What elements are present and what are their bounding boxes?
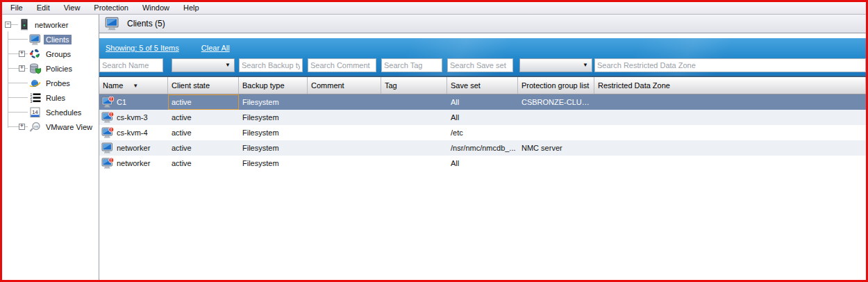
cell-comment[interactable]: [308, 94, 381, 110]
cell-name[interactable]: networker: [99, 140, 168, 156]
column-header-backup-type[interactable]: Backup type: [239, 77, 308, 94]
column-header-name[interactable]: Name▼: [99, 77, 168, 94]
cell-tag[interactable]: [381, 125, 447, 140]
table-row-cs-kvm-4-2[interactable]: ! cs-kvm-4activeFilesystem/etc: [99, 125, 866, 140]
search-save-set-input[interactable]: [447, 58, 513, 72]
cell-protection-group-list[interactable]: CSBRONZE-CLUST...: [518, 94, 594, 110]
sidebar-item-label[interactable]: Groups: [44, 49, 73, 59]
filter-cell: [594, 58, 866, 76]
sidebar-item-clients[interactable]: Clients: [2, 32, 99, 47]
column-header-protection-group-list[interactable]: Protection group list: [518, 77, 594, 94]
sidebar-item-groups[interactable]: + Groups: [2, 47, 99, 61]
menu-view[interactable]: View: [57, 3, 87, 13]
sidebar-item-policies[interactable]: + Policies: [2, 61, 99, 76]
cell-protection-group-list[interactable]: NMC server: [518, 140, 594, 156]
cell-client-state[interactable]: active: [168, 110, 239, 125]
sidebar-item-label[interactable]: Policies: [44, 64, 74, 74]
column-header-save-set[interactable]: Save set: [447, 77, 518, 94]
menu-edit[interactable]: Edit: [30, 3, 57, 13]
cell-restricted-data-zone[interactable]: [594, 94, 866, 110]
sidebar-item-rules[interactable]: 1 2 3 Rules: [2, 90, 99, 105]
cell-save-set[interactable]: All: [447, 156, 518, 171]
search-comment-input[interactable]: [308, 58, 376, 72]
svg-text:vm: vm: [34, 124, 39, 128]
cell-protection-group-list[interactable]: [518, 125, 594, 140]
cell-comment[interactable]: [308, 140, 381, 156]
sidebar-item-label[interactable]: Rules: [44, 93, 67, 103]
client-name: networker: [117, 156, 150, 171]
cell-tag[interactable]: [381, 110, 447, 125]
cell-tag[interactable]: [381, 156, 447, 171]
cell-client-state[interactable]: active: [168, 94, 239, 110]
cell-name[interactable]: ! cs-kvm-3: [99, 110, 168, 125]
cell-protection-group-list[interactable]: [518, 156, 594, 171]
cell-backup-type[interactable]: Filesystem: [239, 94, 308, 110]
cell-name[interactable]: ! C1: [99, 94, 168, 110]
cell-restricted-data-zone[interactable]: [594, 140, 866, 156]
menu-file[interactable]: File: [3, 3, 30, 13]
table-empty-area: [99, 171, 866, 280]
cell-save-set[interactable]: All: [447, 110, 518, 125]
column-header-restricted-data-zone[interactable]: Restricted Data Zone: [594, 77, 866, 94]
sidebar-item-label[interactable]: Probes: [44, 78, 72, 88]
tree-connector: [8, 39, 28, 40]
cell-restricted-data-zone[interactable]: [594, 156, 866, 171]
cell-backup-type[interactable]: Filesystem: [239, 140, 308, 156]
table-row-cs-kvm-3-1[interactable]: ! cs-kvm-3activeFilesystemAll: [99, 110, 866, 125]
sidebar-item-label[interactable]: Schedules: [44, 108, 83, 117]
cell-restricted-data-zone[interactable]: [594, 125, 866, 140]
main-panel: Clients (5) Showing: 5 of 5 Items Clear …: [99, 15, 866, 280]
sidebar-item-schedules[interactable]: 14 Schedules: [2, 105, 99, 119]
cell-protection-group-list[interactable]: [518, 110, 594, 125]
sidebar-item-label[interactable]: VMware View: [44, 122, 94, 132]
search-tag-input[interactable]: [381, 58, 442, 72]
cell-tag[interactable]: [381, 94, 447, 110]
expand-toggle-icon[interactable]: +: [19, 65, 25, 72]
sidebar-item-networker[interactable]: − networker: [2, 17, 99, 32]
column-header-comment[interactable]: Comment: [308, 77, 381, 94]
cell-backup-type[interactable]: Filesystem: [239, 125, 308, 140]
collapse-toggle-icon[interactable]: −: [5, 22, 11, 28]
cell-comment[interactable]: [308, 156, 381, 171]
cell-save-set[interactable]: /etc: [447, 125, 518, 140]
cell-save-set[interactable]: All: [447, 94, 518, 110]
sidebar-item-vmware-view[interactable]: + vmVMware View: [2, 119, 99, 134]
search-name-input[interactable]: [99, 58, 163, 72]
protection-group-filter-dropdown[interactable]: ▼: [519, 58, 592, 72]
menu-window[interactable]: Window: [135, 3, 176, 13]
menu-help[interactable]: Help: [176, 3, 206, 13]
search-restricted-data-zone-input[interactable]: [594, 58, 866, 72]
table-row-networker-3[interactable]: networkeractiveFilesystem/nsr/nmc/nmcdb_…: [99, 140, 866, 156]
clients-table-body: ! C1activeFilesystemAllCSBRONZE-CLUST...…: [99, 94, 866, 171]
filter-cell: [447, 58, 518, 76]
search-backup-type-input[interactable]: [239, 58, 303, 72]
showing-items-link[interactable]: Showing: 5 of 5 Items: [106, 44, 179, 52]
cell-client-state[interactable]: active: [168, 140, 239, 156]
column-header-label: Client state: [172, 81, 210, 90]
cell-client-state[interactable]: active: [168, 125, 239, 140]
table-row-networker-4[interactable]: ! networkeractiveFilesystemAll: [99, 156, 866, 171]
filter-cell: [308, 58, 381, 76]
cell-name[interactable]: ! networker: [99, 156, 168, 171]
sidebar-item-label[interactable]: Clients: [44, 35, 72, 44]
table-row-c1-0[interactable]: ! C1activeFilesystemAllCSBRONZE-CLUST...: [99, 94, 866, 110]
cell-client-state[interactable]: active: [168, 156, 239, 171]
clear-all-link[interactable]: Clear All: [201, 44, 230, 52]
filter-cell: ▼: [518, 58, 594, 76]
column-header-tag[interactable]: Tag: [381, 77, 447, 94]
cell-comment[interactable]: [308, 110, 381, 125]
menu-protection[interactable]: Protection: [87, 3, 135, 13]
cell-save-set[interactable]: /nsr/nmc/nmcdb_...: [447, 140, 518, 156]
cell-backup-type[interactable]: Filesystem: [239, 156, 308, 171]
client-state-filter-dropdown[interactable]: ▼: [172, 58, 235, 72]
cell-name[interactable]: ! cs-kvm-4: [99, 125, 168, 140]
expand-toggle-icon[interactable]: +: [19, 124, 25, 130]
column-header-client-state[interactable]: Client state: [168, 77, 239, 94]
cell-restricted-data-zone[interactable]: [594, 110, 866, 125]
cell-tag[interactable]: [381, 140, 447, 156]
sidebar-item-label[interactable]: networker: [33, 20, 70, 30]
cell-comment[interactable]: [308, 125, 381, 140]
expand-toggle-icon[interactable]: +: [19, 51, 25, 57]
cell-backup-type[interactable]: Filesystem: [239, 110, 308, 125]
sidebar-item-probes[interactable]: Probes: [2, 76, 99, 90]
